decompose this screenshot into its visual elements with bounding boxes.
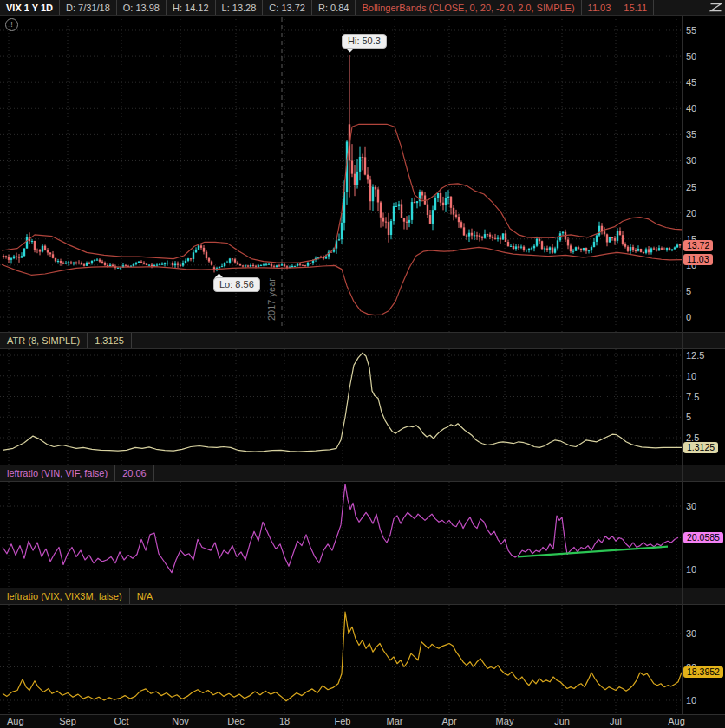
x-axis-label: 18 [279, 716, 290, 726]
y-axis-tick-label: 55 [686, 25, 696, 36]
last-price-label: 13.72 [683, 240, 713, 251]
gridlines [0, 349, 682, 465]
lower-band-price-label: 11.03 [683, 254, 713, 265]
x-axis-label: Mar [387, 716, 403, 726]
high-readout: H: 14.12 [167, 0, 216, 15]
vix-vix3m-study-value: N/A [130, 588, 160, 604]
atr-study-label[interactable]: ATR (8, SIMPLE) [0, 333, 88, 348]
atr-panel-header: ATR (8, SIMPLE) 1.3125 [0, 332, 725, 349]
vin-vif-value-label: 20.0585 [683, 532, 723, 543]
y-axis-tick-label: 25 [686, 182, 696, 192]
vin-vif-panel-header: leftratio (VIN, VIF, false) 20.06 [0, 465, 725, 482]
x-axis-label: May [496, 716, 514, 726]
atr-chart[interactable] [0, 349, 725, 465]
y-axis-tick-label: 5 [686, 412, 691, 422]
symbol-label[interactable]: VIX 1 Y 1D [0, 0, 60, 15]
y-axis-tick-label: 10 [686, 564, 696, 575]
atr-value-label: 1.3125 [683, 442, 718, 453]
vix-vix3m-value-label: 18.3952 [683, 666, 723, 678]
toolbar-spacer [654, 0, 706, 15]
vin-vif-study-label[interactable]: leftratio (VIN, VIF, false) [0, 465, 115, 481]
year-divider-label: 2017 year [266, 278, 277, 321]
bollinger-study-label[interactable]: BollingerBands (CLOSE, 0, 20, -2.0, 2.0,… [356, 0, 581, 15]
y-axis-tick-label: 30 [686, 628, 696, 639]
info-icon[interactable]: ! [5, 18, 18, 31]
low-marker-bubble: Lo: 8.56 [213, 277, 260, 292]
x-axis-label: Nov [172, 716, 189, 726]
gridlines [0, 605, 682, 714]
x-axis-label: Dec [227, 716, 245, 726]
vin-vif-chart[interactable] [0, 482, 725, 588]
range-readout: R: 0.84 [312, 0, 356, 15]
vix-vix3m-study-label[interactable]: leftratio (VIX, VIX3M, false) [0, 588, 130, 604]
gridlines [0, 482, 682, 588]
y-axis-tick-label: 5 [686, 286, 691, 296]
y-axis-tick-label: 12.5 [686, 350, 704, 361]
date-readout: D: 7/31/18 [60, 0, 117, 15]
y-axis-tick-label: 40 [686, 103, 696, 114]
y-axis-tick-label: 30 [686, 501, 696, 511]
maximize-icon[interactable] [706, 0, 725, 15]
y-axis-tick-label: 35 [686, 129, 696, 140]
y-axis-tick-label: 10 [686, 371, 696, 381]
y-axis-tick-label: 20 [686, 208, 696, 218]
vix-vix3m-chart[interactable] [0, 605, 725, 714]
high-marker-bubble: Hi: 50.3 [342, 34, 387, 49]
vix-vix3m-panel-header: leftratio (VIX, VIX3M, false) N/A [0, 588, 725, 605]
bollinger-lower-value: 11.03 [582, 0, 618, 15]
chart-header-bar: VIX 1 Y 1D D: 7/31/18 O: 13.98 H: 14.12 … [0, 0, 725, 16]
vin-vif-study-value: 20.06 [115, 465, 154, 481]
x-axis-label: Feb [335, 716, 351, 726]
open-readout: O: 13.98 [117, 0, 167, 15]
bollinger-upper-value: 15.11 [617, 0, 654, 15]
low-readout: L: 13.28 [216, 0, 264, 15]
x-axis-label: Jun [554, 716, 570, 726]
y-axis-tick-label: 10 [686, 695, 696, 705]
price-axis-divider [682, 16, 683, 714]
y-axis-tick-label: 0 [686, 312, 691, 322]
atr-study-value: 1.3125 [88, 333, 132, 348]
y-axis-tick-label: 45 [686, 77, 696, 88]
x-axis-label: Apr [441, 716, 456, 726]
y-axis-tick-label: 50 [686, 51, 696, 62]
x-axis-label: Oct [114, 716, 128, 726]
y-axis-tick-label: 7.5 [686, 392, 699, 402]
x-axis-label: Sep [59, 716, 76, 726]
main-price-chart[interactable]: 2017 year [0, 16, 725, 332]
candles [3, 55, 681, 272]
close-readout: C: 13.72 [263, 0, 312, 15]
gridlines [0, 16, 682, 332]
x-axis-label: Aug [668, 716, 685, 726]
x-axis-label: Jul [610, 716, 622, 726]
y-axis-tick-label: 30 [686, 155, 696, 166]
x-axis-label: Aug [7, 716, 24, 726]
